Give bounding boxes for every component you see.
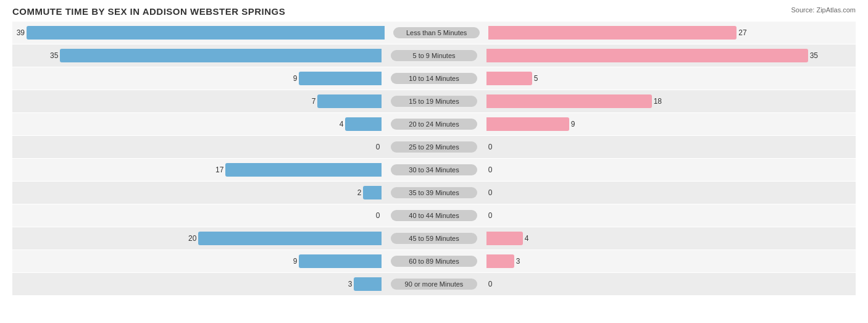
male-bar <box>27 26 385 40</box>
left-section: 7 <box>12 90 384 112</box>
female-bar <box>488 26 737 40</box>
label-cell: 45 to 59 Minutes <box>384 227 483 250</box>
table-row: 0 40 to 44 Minutes 0 <box>12 204 856 227</box>
left-section: 0 <box>12 136 384 158</box>
female-bar-wrapper: 4 <box>486 232 856 245</box>
table-row: 35 5 to 9 Minutes 35 <box>12 44 856 67</box>
male-value: 35 <box>46 51 58 60</box>
male-value: 9 <box>285 74 297 83</box>
female-bar <box>486 72 532 85</box>
right-section: 0 <box>484 159 856 181</box>
female-bar-wrapper: 27 <box>488 26 856 40</box>
male-bar-wrapper: 0 <box>12 209 382 222</box>
male-value: 0 <box>367 211 380 220</box>
male-value: 7 <box>303 97 315 106</box>
male-bar <box>317 94 382 108</box>
left-section: 3 <box>12 273 384 295</box>
male-value: 2 <box>349 188 361 197</box>
male-value: 4 <box>331 120 343 128</box>
category-label: 60 to 89 Minutes <box>391 256 477 267</box>
table-row: 9 60 to 89 Minutes 3 <box>12 250 856 272</box>
male-bar <box>60 49 382 62</box>
female-value: 4 <box>525 234 537 243</box>
chart-title: COMMUTE TIME BY SEX IN ADDISON WEBSTER S… <box>12 6 856 17</box>
male-value: 17 <box>211 166 223 174</box>
female-bar <box>486 117 569 131</box>
category-label: 35 to 39 Minutes <box>391 187 477 198</box>
label-cell: 30 to 34 Minutes <box>384 159 483 181</box>
table-row: 17 30 to 34 Minutes 0 <box>12 159 856 181</box>
label-cell: 5 to 9 Minutes <box>384 44 483 67</box>
female-value: 18 <box>654 97 666 106</box>
left-section: 9 <box>12 250 384 272</box>
label-cell: 60 to 89 Minutes <box>384 250 483 272</box>
female-value: 0 <box>488 188 501 197</box>
female-bar-wrapper: 3 <box>486 254 856 268</box>
male-value: 0 <box>367 143 380 151</box>
female-bar-wrapper: 0 <box>486 186 856 199</box>
left-section: 20 <box>12 227 384 250</box>
female-value: 27 <box>738 28 751 37</box>
right-section: 9 <box>484 113 856 135</box>
table-row: 20 45 to 59 Minutes 4 <box>12 227 856 250</box>
label-cell: Less than 5 Minutes <box>387 22 486 44</box>
table-row: 9 10 to 14 Minutes 5 <box>12 67 856 90</box>
label-cell: 35 to 39 Minutes <box>384 182 483 204</box>
right-section: 3 <box>484 250 856 272</box>
female-bar-wrapper: 0 <box>486 209 856 222</box>
label-cell: 90 or more Minutes <box>384 273 483 295</box>
female-bar <box>486 254 514 268</box>
category-label: 5 to 9 Minutes <box>391 50 477 61</box>
label-cell: 40 to 44 Minutes <box>384 204 483 227</box>
right-section: 0 <box>484 204 856 227</box>
right-section: 0 <box>484 273 856 295</box>
right-section: 0 <box>484 182 856 204</box>
male-bar-wrapper: 0 <box>12 140 382 154</box>
category-label: 45 to 59 Minutes <box>391 233 477 244</box>
male-bar-wrapper: 20 <box>12 232 382 245</box>
source-label: Source: ZipAtlas.com <box>791 6 856 14</box>
left-section: 9 <box>12 67 384 90</box>
male-value: 9 <box>285 257 297 266</box>
table-row: 4 20 to 24 Minutes 9 <box>12 113 856 135</box>
right-section: 5 <box>484 67 856 90</box>
table-row: 0 25 to 29 Minutes 0 <box>12 136 856 158</box>
female-bar <box>486 49 808 62</box>
female-value: 0 <box>488 280 501 288</box>
category-label: 90 or more Minutes <box>391 279 477 290</box>
chart-area: 39 Less than 5 Minutes 27 35 <box>12 22 856 280</box>
female-bar-wrapper: 35 <box>486 49 856 62</box>
left-section: 39 <box>12 22 387 44</box>
female-bar-wrapper: 5 <box>486 72 856 85</box>
female-value: 9 <box>571 120 583 128</box>
category-label: 40 to 44 Minutes <box>391 210 477 221</box>
male-bar-wrapper: 4 <box>12 117 382 131</box>
female-value: 0 <box>488 143 501 151</box>
label-cell: 25 to 29 Minutes <box>384 136 483 158</box>
table-row: 39 Less than 5 Minutes 27 <box>12 22 856 44</box>
right-section: 18 <box>484 90 856 112</box>
category-label: 25 to 29 Minutes <box>391 141 477 153</box>
female-value: 0 <box>488 211 501 220</box>
male-bar-wrapper: 35 <box>12 49 382 62</box>
male-value: 3 <box>340 280 352 288</box>
female-bar-wrapper: 18 <box>486 94 856 108</box>
right-section: 4 <box>484 227 856 250</box>
male-bar-wrapper: 9 <box>12 254 382 268</box>
male-bar-wrapper: 17 <box>12 163 382 177</box>
male-bar-wrapper: 7 <box>12 94 382 108</box>
female-value: 5 <box>534 74 546 83</box>
male-value: 20 <box>184 234 196 243</box>
category-label: 10 to 14 Minutes <box>391 73 477 84</box>
left-section: 17 <box>12 159 384 181</box>
male-bar-wrapper: 39 <box>12 26 385 40</box>
label-cell: 15 to 19 Minutes <box>384 90 483 112</box>
male-bar <box>299 254 382 268</box>
left-section: 4 <box>12 113 384 135</box>
female-bar-wrapper: 9 <box>486 117 856 131</box>
chart-container: COMMUTE TIME BY SEX IN ADDISON WEBSTER S… <box>0 0 868 323</box>
table-row: 3 90 or more Minutes 0 <box>12 273 856 295</box>
table-row: 2 35 to 39 Minutes 0 <box>12 182 856 204</box>
male-bar <box>354 277 382 291</box>
right-section: 27 <box>486 22 856 44</box>
